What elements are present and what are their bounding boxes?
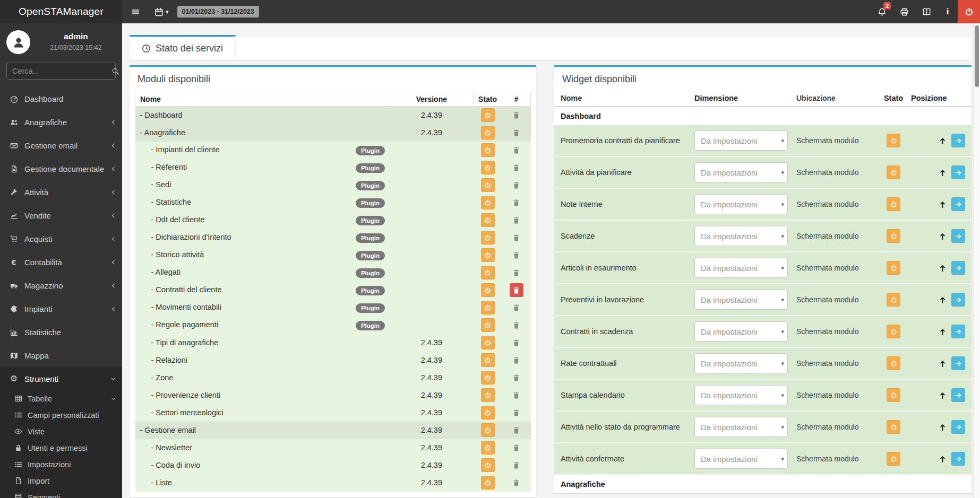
- notifications-button[interactable]: 2: [871, 0, 893, 23]
- widget-move-up-button[interactable]: [939, 328, 947, 336]
- sidebar-item-attivit[interactable]: Attività: [0, 180, 122, 204]
- calendar-menu[interactable]: ▾: [154, 7, 169, 16]
- module-status-toggle-button[interactable]: [481, 336, 495, 350]
- search-input[interactable]: [12, 67, 111, 75]
- widget-move-position-button[interactable]: [951, 134, 965, 147]
- sidebar-item-dashboard[interactable]: Dashboard: [0, 87, 122, 110]
- module-delete-button[interactable]: [510, 458, 523, 472]
- sidebar-subitem-segmenti[interactable]: Segmenti: [0, 489, 122, 498]
- widget-move-position-button[interactable]: [951, 325, 965, 338]
- sidebar-item-vendite[interactable]: Vendite: [0, 204, 122, 227]
- widget-move-up-button[interactable]: [939, 169, 947, 177]
- widget-move-up-button[interactable]: [939, 360, 947, 368]
- docs-button[interactable]: [915, 0, 938, 23]
- column-header-nome[interactable]: Nome: [135, 92, 390, 107]
- widget-move-position-button[interactable]: [951, 420, 965, 434]
- dimension-select[interactable]: Da impostazioni▾: [694, 321, 788, 342]
- tab-stato-dei-servizi[interactable]: Stato dei servizi: [130, 35, 236, 60]
- module-status-toggle-button[interactable]: [481, 196, 495, 209]
- widget-move-position-button[interactable]: [951, 452, 965, 466]
- module-delete-button[interactable]: [510, 178, 523, 192]
- widget-status-toggle-button[interactable]: [887, 356, 900, 370]
- module-delete-button[interactable]: [510, 108, 523, 122]
- module-status-toggle-button[interactable]: [481, 266, 495, 279]
- dimension-select[interactable]: Da impostazioni▾: [694, 194, 788, 214]
- date-range-badge[interactable]: 01/01/2023 - 31/12/2023: [177, 6, 259, 18]
- widget-status-toggle-button[interactable]: [887, 293, 900, 307]
- dimension-select[interactable]: Da impostazioni▾: [694, 449, 788, 469]
- module-delete-button[interactable]: [510, 283, 523, 297]
- widget-status-toggle-button[interactable]: [887, 261, 900, 275]
- sidebar-item-gestione-email[interactable]: Gestione email: [0, 134, 122, 157]
- widget-move-up-button[interactable]: [939, 264, 947, 272]
- dimension-select[interactable]: Da impostazioni▾: [694, 353, 788, 373]
- module-status-toggle-button[interactable]: [481, 353, 495, 367]
- sidebar-item-acquisti[interactable]: Acquisti: [0, 227, 122, 250]
- sidebar-subitem-import[interactable]: Import: [0, 473, 122, 489]
- sidebar-item-statistiche[interactable]: Statistiche: [0, 320, 122, 344]
- module-status-toggle-button[interactable]: [481, 301, 495, 314]
- module-status-toggle-button[interactable]: [481, 213, 495, 227]
- module-status-toggle-button[interactable]: [481, 161, 495, 174]
- module-delete-button[interactable]: [510, 126, 523, 139]
- sidebar-subitem-tabelle[interactable]: Tabelle: [0, 390, 122, 407]
- print-button[interactable]: [893, 0, 915, 23]
- module-delete-button[interactable]: [510, 336, 523, 350]
- widget-move-position-button[interactable]: [951, 356, 965, 370]
- avatar[interactable]: [6, 30, 30, 54]
- module-status-toggle-button[interactable]: [481, 126, 495, 139]
- dimension-select[interactable]: Da impostazioni▾: [694, 130, 788, 151]
- module-delete-button[interactable]: [510, 213, 523, 227]
- module-status-toggle-button[interactable]: [481, 283, 495, 297]
- module-delete-button[interactable]: [510, 231, 523, 244]
- module-delete-button[interactable]: [510, 371, 523, 385]
- module-delete-button[interactable]: [510, 353, 523, 367]
- column-header-hash[interactable]: #: [502, 92, 531, 107]
- widget-move-position-button[interactable]: [951, 388, 965, 402]
- page-scrollbar[interactable]: [973, 23, 980, 498]
- info-button[interactable]: i: [938, 0, 958, 23]
- module-delete-button[interactable]: [510, 301, 523, 314]
- dimension-select[interactable]: Da impostazioni▾: [694, 290, 788, 310]
- widget-status-toggle-button[interactable]: [887, 452, 900, 466]
- sidebar-item-strumenti[interactable]: ⚙Strumenti: [0, 367, 122, 390]
- dimension-select[interactable]: Da impostazioni▾: [694, 258, 788, 278]
- search-icon[interactable]: [111, 67, 119, 75]
- module-status-toggle-button[interactable]: [481, 476, 495, 490]
- widget-move-up-button[interactable]: [939, 423, 947, 431]
- app-logo[interactable]: OpenSTAManager: [0, 0, 122, 23]
- module-delete-button[interactable]: [510, 318, 523, 332]
- module-delete-button[interactable]: [510, 266, 523, 279]
- widget-move-up-button[interactable]: [939, 137, 947, 145]
- column-header-versione[interactable]: Versione: [390, 92, 473, 107]
- module-status-toggle-button[interactable]: [481, 231, 495, 244]
- module-delete-button[interactable]: [510, 248, 523, 262]
- logout-button[interactable]: [958, 0, 980, 23]
- widget-move-up-button[interactable]: [939, 200, 947, 208]
- module-status-toggle-button[interactable]: [481, 143, 495, 157]
- sidebar-subitem-impostazioni[interactable]: Impostazioni: [0, 456, 122, 473]
- sidebar-toggle-button[interactable]: [122, 0, 149, 23]
- widget-move-position-button[interactable]: [951, 261, 965, 275]
- widget-status-toggle-button[interactable]: [887, 420, 900, 434]
- sidebar-item-impianti[interactable]: Impianti: [0, 297, 122, 320]
- widget-move-up-button[interactable]: [939, 296, 947, 304]
- widget-status-toggle-button[interactable]: [887, 197, 900, 211]
- widget-move-position-button[interactable]: [951, 229, 965, 243]
- module-status-toggle-button[interactable]: [481, 108, 495, 122]
- sidebar-subitem-utenti-e-permessi[interactable]: Utenti e permessi: [0, 440, 122, 456]
- scrollbar-thumb[interactable]: [975, 25, 979, 87]
- dimension-select[interactable]: Da impostazioni▾: [694, 417, 788, 437]
- widget-move-up-button[interactable]: [939, 232, 947, 240]
- widget-status-toggle-button[interactable]: [887, 229, 900, 243]
- sidebar-subitem-campi-personalizzati[interactable]: Campi personalizzati: [0, 407, 122, 423]
- module-delete-button[interactable]: [510, 196, 523, 209]
- widget-move-up-button[interactable]: [939, 391, 947, 399]
- column-header-stato[interactable]: Stato: [474, 92, 502, 107]
- module-status-toggle-button[interactable]: [481, 458, 495, 472]
- module-status-toggle-button[interactable]: [481, 441, 495, 455]
- module-delete-button[interactable]: [510, 406, 523, 420]
- module-status-toggle-button[interactable]: [481, 178, 495, 192]
- dimension-select[interactable]: Da impostazioni▾: [694, 385, 788, 405]
- widget-status-toggle-button[interactable]: [887, 325, 900, 338]
